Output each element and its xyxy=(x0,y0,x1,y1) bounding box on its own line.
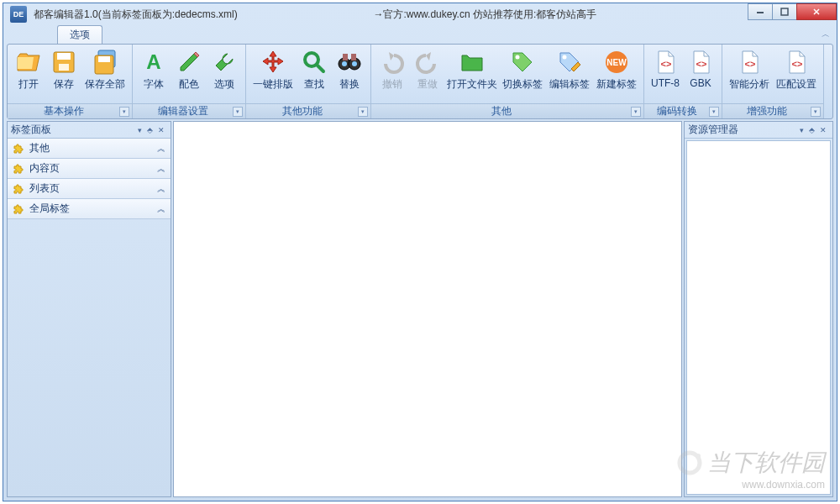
chevron-up-icon: ︽ xyxy=(157,203,165,215)
ribbon-collapse-chevron-icon[interactable]: ︿ xyxy=(822,29,830,40)
button-label: 新建标签 xyxy=(596,77,637,92)
button-label: 打开 xyxy=(18,77,39,92)
ribbon-group-label[interactable]: 编码转换 xyxy=(644,103,722,118)
panel-pin-icon[interactable]: ⬘ xyxy=(806,126,817,134)
puzzle-icon xyxy=(13,163,24,175)
ribbon-group-0: 打开保存保存全部基本操作 xyxy=(8,45,133,118)
find-button[interactable]: 查找 xyxy=(297,47,332,93)
panel-pin-icon[interactable]: ⬘ xyxy=(144,126,155,134)
ribbon-group-2: 一键排版查找替换其他功能 xyxy=(246,45,371,118)
window-controls xyxy=(748,3,837,20)
replace-button[interactable]: 替换 xyxy=(332,47,367,93)
search-icon xyxy=(301,49,328,76)
close-button[interactable] xyxy=(796,3,837,20)
accordion-label: 其他 xyxy=(29,141,50,155)
match-button[interactable]: <>匹配设置 xyxy=(773,47,820,93)
button-label: 编辑标签 xyxy=(549,77,590,92)
ribbon-group-label[interactable]: 其他 xyxy=(371,103,643,118)
svg-rect-13 xyxy=(351,54,356,60)
button-label: GBK xyxy=(690,77,711,89)
svg-rect-3 xyxy=(57,53,71,60)
button-label: 重做 xyxy=(417,77,438,92)
panel-menu-icon[interactable]: ▾ xyxy=(135,126,144,134)
svg-text:A: A xyxy=(146,50,160,73)
button-label: 切换标签 xyxy=(502,77,543,92)
save-button[interactable]: 保存 xyxy=(46,47,81,93)
doc-code-icon: <> xyxy=(783,49,810,76)
svg-rect-4 xyxy=(59,64,69,71)
accordion-item-2[interactable]: 列表页︽ xyxy=(8,179,171,199)
button-label: 打开文件夹 xyxy=(447,77,497,92)
svg-point-15 xyxy=(352,61,357,66)
ribbon-group-label[interactable]: 编辑器设置 xyxy=(133,103,245,118)
right-panel-title: 资源管理器 xyxy=(688,123,797,137)
redo-icon xyxy=(414,49,441,76)
switchtag-button[interactable]: 切换标签 xyxy=(499,47,546,93)
redo-button: 重做 xyxy=(410,47,445,93)
openfolder-button[interactable]: 打开文件夹 xyxy=(445,47,499,93)
ribbon-group-3: 撤销重做打开文件夹切换标签编辑标签NEW新建标签其他 xyxy=(371,45,644,118)
accordion-item-3[interactable]: 全局标签︽ xyxy=(8,199,171,219)
button-label: 选项 xyxy=(214,77,234,92)
svg-rect-12 xyxy=(343,54,348,60)
newtag-button[interactable]: NEW新建标签 xyxy=(593,47,640,93)
chevron-up-icon: ︽ xyxy=(157,163,165,175)
button-label: 字体 xyxy=(144,77,164,92)
panel-close-icon[interactable]: ✕ xyxy=(155,126,167,134)
font-icon: A xyxy=(140,49,167,76)
edittag-button[interactable]: 编辑标签 xyxy=(546,47,593,93)
undo-button: 撤销 xyxy=(375,47,410,93)
chevron-up-icon: ︽ xyxy=(157,183,165,195)
tag-edit-icon xyxy=(556,49,583,76)
svg-point-17 xyxy=(563,55,567,60)
ribbon: 打开保存保存全部基本操作A字体配色选项编辑器设置一键排版查找替换其他功能撤销重做… xyxy=(7,44,833,119)
layout-button[interactable]: 一键排版 xyxy=(249,47,297,93)
ribbon-group-buttons: 打开保存保存全部 xyxy=(8,45,132,103)
puzzle-icon xyxy=(13,183,24,195)
button-label: 保存全部 xyxy=(85,77,125,92)
app-icon: DE xyxy=(10,6,27,23)
folder-green-icon xyxy=(459,49,486,76)
folder-open-icon xyxy=(15,49,42,76)
accordion-item-1[interactable]: 内容页︽ xyxy=(8,159,171,179)
opts-button[interactable]: 选项 xyxy=(207,47,242,93)
right-panel-body xyxy=(686,140,831,495)
svg-text:<>: <> xyxy=(696,59,707,69)
save-icon xyxy=(50,49,77,76)
maximize-button[interactable] xyxy=(772,3,797,20)
app-window: DE 都客编辑器1.0(当前标签面板为:dedecms.xml) →官方:www… xyxy=(3,3,837,501)
smart-button[interactable]: <>智能分析 xyxy=(726,47,773,93)
tab-options[interactable]: 选项 xyxy=(57,25,102,44)
panel-close-icon[interactable]: ✕ xyxy=(817,126,829,134)
color-button[interactable]: 配色 xyxy=(171,47,207,93)
puzzle-icon xyxy=(13,203,24,215)
panel-menu-icon[interactable]: ▾ xyxy=(797,126,806,134)
accordion-item-0[interactable]: 其他︽ xyxy=(8,139,171,159)
ribbon-group-label[interactable]: 增强功能 xyxy=(722,103,823,118)
chevron-up-icon: ︽ xyxy=(157,143,165,155)
accordion-label: 全局标签 xyxy=(29,202,70,216)
gbk-button[interactable]: <>GBK xyxy=(683,47,718,91)
ribbon-tabstrip: 选项 ︿ xyxy=(3,25,837,44)
button-label: 配色 xyxy=(179,77,199,92)
button-label: UTF-8 xyxy=(651,77,680,89)
ribbon-group-label[interactable]: 基本操作 xyxy=(8,103,132,118)
binoculars-icon xyxy=(336,49,363,76)
utf8-button[interactable]: <>UTF-8 xyxy=(648,47,683,91)
minimize-button[interactable] xyxy=(748,3,773,20)
left-panel-header: 标签面板 ▾ ⬘ ✕ xyxy=(8,122,171,139)
accordion-label: 列表页 xyxy=(29,181,60,196)
editor-area[interactable] xyxy=(173,121,682,497)
ribbon-group-label[interactable]: 其他功能 xyxy=(246,103,370,118)
svg-text:<>: <> xyxy=(661,59,672,69)
open-button[interactable]: 打开 xyxy=(11,47,46,93)
left-panel-body: 其他︽内容页︽列表页︽全局标签︽ xyxy=(8,139,171,496)
right-panel: 资源管理器 ▾ ⬘ ✕ xyxy=(684,121,833,497)
ribbon-group-4: <>UTF-8<>GBK编码转换 xyxy=(644,45,722,118)
svg-point-14 xyxy=(342,61,347,66)
font-button[interactable]: A字体 xyxy=(136,47,171,93)
button-label: 查找 xyxy=(304,77,324,92)
saveall-button[interactable]: 保存全部 xyxy=(81,47,129,93)
titlebar: DE 都客编辑器1.0(当前标签面板为:dedecms.xml) →官方:www… xyxy=(3,3,837,25)
ribbon-group-1: A字体配色选项编辑器设置 xyxy=(133,45,246,118)
